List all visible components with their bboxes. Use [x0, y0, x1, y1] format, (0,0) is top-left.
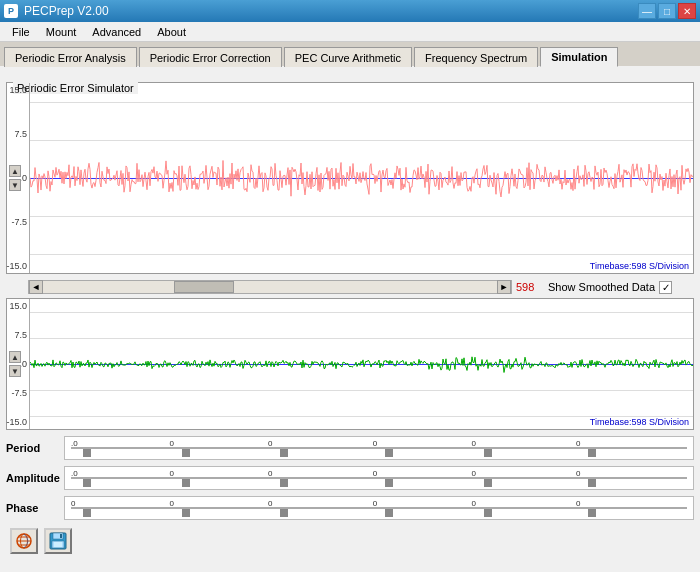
save-button[interactable]	[44, 528, 72, 554]
period-row: Period .0 0 0 0 0 0	[6, 434, 694, 462]
scroll-right-button[interactable]: ►	[497, 280, 511, 294]
app-icon: P	[4, 4, 18, 18]
top-y-axis: ▲ ▼ 15.0 7.5 .0 -7.5 -15.0	[7, 83, 29, 273]
scroll-up-arrow[interactable]: ▲	[9, 165, 21, 177]
top-chart-canvas: Timebase:598 S/Division	[29, 83, 693, 273]
tab-simulation[interactable]: Simulation	[540, 47, 618, 67]
y-label-7: 7.5	[14, 129, 27, 139]
title-bar-left: P PECPrep V2.00	[4, 4, 109, 18]
scroll-value: 598	[516, 281, 544, 293]
globe-icon	[14, 532, 34, 550]
svg-rect-8	[54, 542, 62, 547]
svg-rect-9	[60, 534, 62, 538]
bottom-scroll-up-arrow[interactable]: ▲	[9, 351, 21, 363]
main-content: Periodic Error Simulator ▲ ▼ 15.0 7.5 .0…	[0, 66, 700, 572]
window-controls[interactable]: — □ ✕	[638, 3, 696, 19]
window-title: PECPrep V2.00	[24, 4, 109, 18]
top-timebase: Timebase:598 S/Division	[590, 261, 689, 271]
menu-advanced[interactable]: Advanced	[84, 25, 149, 39]
menu-file[interactable]: File	[4, 25, 38, 39]
close-button[interactable]: ✕	[678, 3, 696, 19]
bottom-chart-container: ▲ ▼ 15.0 7.5 .0 -7.5 -15.0 Timebase:598 …	[7, 299, 693, 429]
b-y-label-n15: -15.0	[6, 417, 27, 427]
top-scroll-arrows[interactable]: ▲ ▼	[9, 165, 21, 191]
top-waveform-canvas	[30, 83, 693, 273]
tab-periodic-error-correction[interactable]: Periodic Error Correction	[139, 47, 282, 67]
bottom-chart-group: ▲ ▼ 15.0 7.5 .0 -7.5 -15.0 Timebase:598 …	[6, 298, 694, 430]
scroll-track[interactable]	[43, 281, 497, 293]
period-label: Period	[6, 442, 64, 454]
y-label-n15: -15.0	[6, 261, 27, 271]
bottom-waveform-canvas	[30, 299, 693, 429]
show-smooth-checkbox[interactable]: ✓	[659, 281, 672, 294]
amplitude-row: Amplitude .0 0 0 0 0 0	[6, 464, 694, 492]
title-bar: P PECPrep V2.00 — □ ✕	[0, 0, 700, 22]
horizontal-scrollbar[interactable]: ◄ ►	[28, 280, 512, 294]
phase-sliders[interactable]: 0 0 0 0 0 0	[64, 496, 694, 520]
top-chart-group: Periodic Error Simulator ▲ ▼ 15.0 7.5 .0…	[6, 82, 694, 274]
scrollbar-row[interactable]: ◄ ► 598 Show Smoothed Data ✓	[6, 278, 694, 296]
tab-bar: Periodic Error Analysis Periodic Error C…	[0, 42, 700, 66]
scroll-left-button[interactable]: ◄	[29, 280, 43, 294]
period-sliders[interactable]: .0 0 0 0 0 0	[64, 436, 694, 460]
bottom-scroll-arrows[interactable]: ▲ ▼	[9, 351, 21, 377]
tab-periodic-error-analysis[interactable]: Periodic Error Analysis	[4, 47, 137, 67]
maximize-button[interactable]: □	[658, 3, 676, 19]
bottom-scroll-down-arrow[interactable]: ▼	[9, 365, 21, 377]
y-label-15: 15.0	[9, 85, 27, 95]
amplitude-label: Amplitude	[6, 472, 64, 484]
controls-section: Period .0 0 0 0 0 0	[6, 434, 694, 522]
floppy-disk-icon	[48, 532, 68, 550]
y-label-n7: -7.5	[11, 217, 27, 227]
menu-bar: File Mount Advanced About	[0, 22, 700, 42]
tab-frequency-spectrum[interactable]: Frequency Spectrum	[414, 47, 538, 67]
scroll-down-arrow[interactable]: ▼	[9, 179, 21, 191]
menu-mount[interactable]: Mount	[38, 25, 85, 39]
top-chart-container: ▲ ▼ 15.0 7.5 .0 -7.5 -15.0	[7, 83, 693, 273]
bottom-y-axis: ▲ ▼ 15.0 7.5 .0 -7.5 -15.0	[7, 299, 29, 429]
tab-pec-curve-arithmetic[interactable]: PEC Curve Arithmetic	[284, 47, 412, 67]
menu-about[interactable]: About	[149, 25, 194, 39]
minimize-button[interactable]: —	[638, 3, 656, 19]
b-y-label-15: 15.0	[9, 301, 27, 311]
bottom-timebase: Timebase:598 S/Division	[590, 417, 689, 427]
scroll-thumb[interactable]	[174, 281, 234, 293]
show-smooth-label: Show Smoothed Data	[548, 281, 655, 293]
web-button[interactable]	[10, 528, 38, 554]
amplitude-sliders[interactable]: .0 0 0 0 0 0	[64, 466, 694, 490]
phase-row: Phase 0 0 0 0 0 0	[6, 494, 694, 522]
b-y-label-7: 7.5	[14, 330, 27, 340]
b-y-label-n7: -7.5	[11, 388, 27, 398]
bottom-chart-canvas: Timebase:598 S/Division	[29, 299, 693, 429]
action-buttons	[6, 528, 694, 554]
phase-label: Phase	[6, 502, 64, 514]
